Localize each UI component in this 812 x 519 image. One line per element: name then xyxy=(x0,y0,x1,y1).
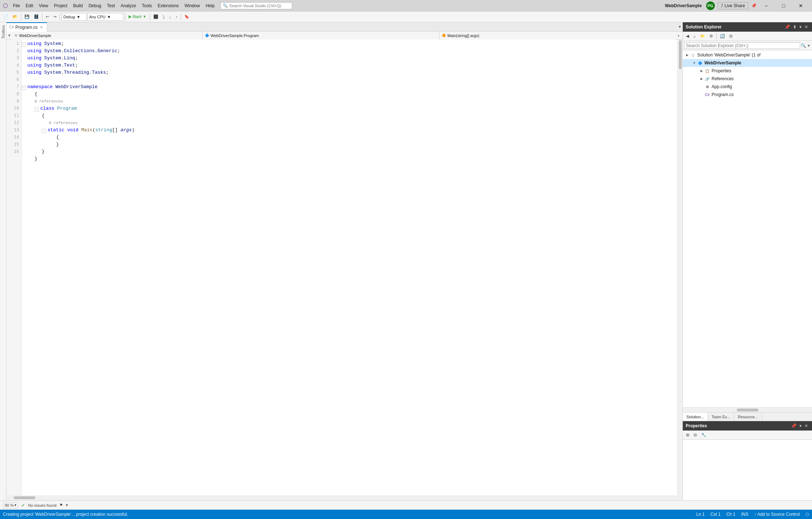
collapse-1[interactable]: − xyxy=(22,42,26,47)
code-line-11: − static void Main(string[] args) xyxy=(22,127,677,134)
debug-config-dropdown[interactable]: Debug ▼ xyxy=(62,13,87,21)
solution-pin-button[interactable]: 📌 xyxy=(784,24,791,29)
solution-search-options-btn[interactable]: ▾ xyxy=(807,42,811,49)
save-button[interactable]: 💾 xyxy=(23,13,31,21)
undo-button[interactable]: ↩ xyxy=(44,13,51,21)
tab-label: Program.cs xyxy=(15,25,37,30)
error-icon: ⚑ xyxy=(59,503,63,507)
minimize-button[interactable]: − xyxy=(758,0,775,12)
code-line-12: { xyxy=(22,134,677,141)
solution-tab[interactable]: Solution... xyxy=(683,413,708,421)
redo-button[interactable]: ↪ xyxy=(51,13,58,21)
toolbox-label[interactable]: Toolbox xyxy=(1,24,5,40)
tree-item-programcs[interactable]: C# Program.cs xyxy=(683,91,812,99)
menu-help[interactable]: Help xyxy=(203,3,217,8)
collapse-7[interactable]: − xyxy=(22,86,26,90)
breakpoint-button[interactable]: ⬛ xyxy=(152,13,160,21)
menu-tools[interactable]: Tools xyxy=(139,3,155,8)
props-property-pages-btn[interactable]: 🔧 xyxy=(699,431,708,439)
solution-search-button[interactable]: 🔍 xyxy=(800,42,807,49)
maximize-button[interactable]: □ xyxy=(775,0,792,12)
live-share-icon: ⤴ xyxy=(721,3,723,8)
code-line-10: { xyxy=(22,112,677,119)
horizontal-scrollbar[interactable] xyxy=(6,495,682,500)
collapse-9[interactable]: − xyxy=(35,107,39,111)
tree-item-appconfig[interactable]: ⚙ App.config xyxy=(683,83,812,91)
sol-collapse-btn[interactable]: ⊟ xyxy=(727,32,734,40)
menu-build[interactable]: Build xyxy=(70,3,86,8)
tree-item-references[interactable]: ▶ 🔗 References xyxy=(683,75,812,83)
tab-close-button[interactable]: ✕ xyxy=(39,25,44,30)
nav-method-dropdown[interactable]: 🔶 Main(string[] args) xyxy=(439,32,676,40)
tree-horiz-scrollbar[interactable] xyxy=(683,407,812,412)
sol-home-btn[interactable]: ⌂ xyxy=(691,32,698,40)
editor-tab-program-cs[interactable]: C# Program.cs ✕ xyxy=(6,22,47,32)
global-search-input[interactable] xyxy=(229,4,290,8)
status-message: Creating project 'WebDriverSample'... pr… xyxy=(3,512,128,517)
sol-refresh-btn[interactable]: 🔄 xyxy=(718,32,727,40)
step-out-button[interactable]: ↑ xyxy=(174,13,180,21)
close-button[interactable]: ✕ xyxy=(793,0,809,12)
bookmark-button[interactable]: 🔖 xyxy=(182,13,191,21)
start-button[interactable]: ▶ Start ▼ xyxy=(127,13,148,21)
props-close-btn[interactable]: ✕ xyxy=(803,423,809,428)
zoom-control[interactable]: 90 % ▾ xyxy=(3,502,18,509)
window-controls: − □ ✕ xyxy=(758,0,809,12)
code-line-5: using System.Threading.Tasks; xyxy=(22,69,677,76)
solution-close-btn[interactable]: ✕ xyxy=(803,24,809,29)
nav-project-dropdown[interactable]: ⚙ WebDriverSample xyxy=(12,32,203,40)
project-icon: 🔷 xyxy=(697,60,703,66)
code-editor[interactable]: 12345 678910 1112131415 16 − using Syste… xyxy=(6,40,682,495)
menu-debug[interactable]: Debug xyxy=(86,3,104,8)
editor-scrollbar[interactable] xyxy=(677,40,682,495)
code-text-5: using System.Threading.Tasks; xyxy=(27,69,109,76)
sol-show-all-btn[interactable]: 📁 xyxy=(698,32,707,40)
code-content[interactable]: − using System; using System.Collections… xyxy=(22,40,677,495)
platform-config-dropdown[interactable]: Any CPU ▼ xyxy=(87,13,123,21)
sol-back-btn[interactable]: ◀ xyxy=(684,32,691,40)
solution-label: Solution 'WebDriverSample' (1 of xyxy=(697,53,761,58)
nav-expand-left[interactable]: ▼ xyxy=(6,33,12,37)
menu-project[interactable]: Project xyxy=(51,3,70,8)
menu-extensions[interactable]: Extensions xyxy=(155,3,182,8)
props-pin-btn[interactable]: 📌 xyxy=(790,423,798,428)
code-line-1: − using System; xyxy=(22,40,677,47)
platform-config-label: Any CPU xyxy=(89,15,105,19)
collapse-11[interactable]: − xyxy=(42,129,46,133)
expand-code-btn[interactable]: + xyxy=(676,32,682,40)
solution-tree-project[interactable]: ▼ 🔷 WebDriverSample xyxy=(683,59,812,67)
code-line-14: } xyxy=(22,148,677,155)
open-button[interactable]: 📂 xyxy=(11,13,19,21)
props-categories-btn[interactable]: ⊞ xyxy=(684,431,691,439)
solution-tree-root[interactable]: ▶ ⬡ Solution 'WebDriverSample' (1 of xyxy=(683,51,812,59)
menu-file[interactable]: File xyxy=(10,3,23,8)
new-file-button[interactable]: 📄 xyxy=(1,13,10,21)
code-line-9-ref: 0 references xyxy=(22,98,677,105)
menu-edit[interactable]: Edit xyxy=(23,3,36,8)
nav-class-dropdown[interactable]: 🔷 WebDriverSample.Program xyxy=(203,32,439,40)
step-over-button[interactable]: ⤵ xyxy=(161,13,167,21)
status-col: Col 1 xyxy=(710,512,721,517)
step-into-button[interactable]: ↓ xyxy=(167,13,173,21)
menu-analyze[interactable]: Analyze xyxy=(118,3,139,8)
sol-filter-btn[interactable]: ⚙ xyxy=(708,32,715,40)
live-share-button[interactable]: ⤴ Live Share xyxy=(718,2,748,9)
code-text-6 xyxy=(27,76,30,83)
horiz-scroll-thumb xyxy=(14,496,35,499)
team-explorer-tab[interactable]: Team Ex... xyxy=(708,413,734,421)
menu-window[interactable]: Window xyxy=(182,3,203,8)
code-text-11: static void Main(string[] args) xyxy=(48,127,135,134)
menu-view[interactable]: View xyxy=(36,3,51,8)
tab-list-button[interactable]: ▾ xyxy=(677,22,682,32)
menu-test[interactable]: Test xyxy=(104,3,118,8)
props-dropdown-btn[interactable]: ▾ xyxy=(798,423,803,428)
source-control-button[interactable]: ↑ Add to Source Control xyxy=(754,512,800,517)
resource-view-tab[interactable]: Resource... xyxy=(734,413,762,421)
solution-search-input[interactable] xyxy=(684,42,800,49)
save-all-button[interactable]: 🗄️ xyxy=(32,13,41,21)
solution-dropdown-btn[interactable]: ▾ xyxy=(798,24,803,29)
props-alphabetical-btn[interactable]: ⊟ xyxy=(692,431,699,439)
solution-pin-btn2[interactable]: ⬍ xyxy=(792,24,798,29)
solution-search: 🔍 ▾ xyxy=(683,41,812,50)
tree-item-properties[interactable]: ▶ 📋 Properties xyxy=(683,67,812,75)
